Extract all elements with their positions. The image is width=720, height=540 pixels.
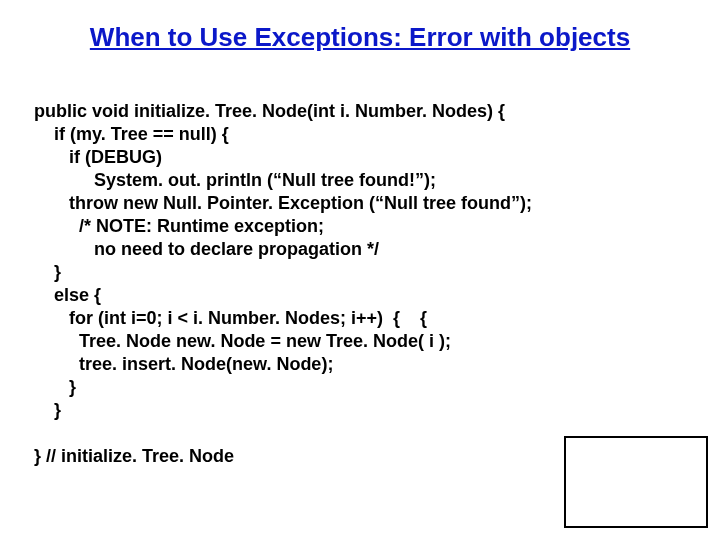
code-line: Tree. Node new. Node = new Tree. Node( i…: [34, 331, 451, 351]
code-line: } // initialize. Tree. Node: [34, 446, 234, 466]
code-line: else {: [34, 285, 101, 305]
code-line: }: [34, 262, 61, 282]
slide-title: When to Use Exceptions: Error with objec…: [0, 22, 720, 53]
empty-box: [564, 436, 708, 528]
code-line: throw new Null. Pointer. Exception (“Nul…: [34, 193, 532, 213]
code-line: if (my. Tree == null) {: [34, 124, 229, 144]
code-block: public void initialize. Tree. Node(int i…: [34, 100, 686, 469]
code-line: }: [34, 377, 76, 397]
code-line: public void initialize. Tree. Node(int i…: [34, 101, 505, 121]
code-line: System. out. println (“Null tree found!”…: [34, 170, 436, 190]
code-line: tree. insert. Node(new. Node);: [34, 354, 333, 374]
code-line: no need to declare propagation */: [34, 239, 379, 259]
code-line: /* NOTE: Runtime exception;: [34, 216, 324, 236]
code-line: }: [34, 400, 61, 420]
code-line: if (DEBUG): [34, 147, 162, 167]
code-line: for (int i=0; i < i. Number. Nodes; i++)…: [34, 308, 427, 328]
slide: When to Use Exceptions: Error with objec…: [0, 0, 720, 540]
